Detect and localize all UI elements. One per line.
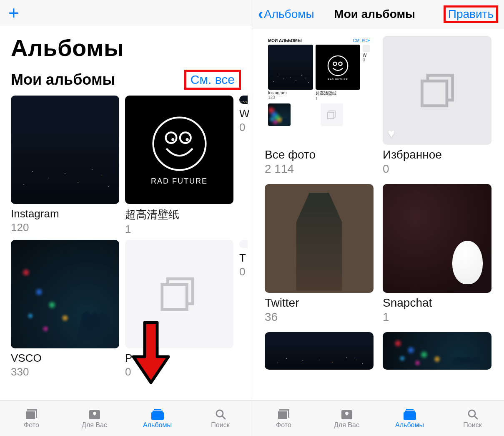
svg-rect-8 <box>25 411 35 419</box>
stack-icon <box>326 109 338 121</box>
tabbar-right: Фото Для Вас Альбомы Поиск <box>252 400 504 436</box>
album-title: Instagram <box>11 207 119 220</box>
svg-point-3 <box>171 138 174 141</box>
add-icon[interactable]: + <box>8 4 19 22</box>
album-count: 0 <box>383 162 491 176</box>
album-item[interactable]: Twitter 36 <box>265 184 374 324</box>
albums-icon <box>150 408 165 421</box>
album-item-allphotos[interactable]: МОИ АЛЬБОМЫ СМ. ВСЕ Instagram 120 <box>265 36 374 176</box>
svg-rect-25 <box>406 409 414 410</box>
album-item[interactable]: VSCO 330 <box>11 240 119 378</box>
album-item[interactable]: RAD FUTURE 超高清壁纸 1 <box>125 96 233 236</box>
svg-rect-26 <box>405 411 415 412</box>
tab-search[interactable]: Поиск <box>441 401 504 436</box>
tab-label: Поиск <box>463 421 481 429</box>
album-count: 330 <box>11 365 119 378</box>
edit-button[interactable]: Править <box>444 5 498 23</box>
album-count: 120 <box>11 221 119 234</box>
tab-search[interactable]: Поиск <box>189 401 252 436</box>
album-thumbnail <box>11 96 119 204</box>
preview-header-right: СМ. ВСЕ <box>353 38 370 43</box>
tab-label: Альбомы <box>143 421 172 429</box>
album-title: Snapchat <box>383 296 491 310</box>
svg-rect-19 <box>327 112 333 118</box>
svg-rect-10 <box>154 409 161 410</box>
album-count: 1 <box>125 223 233 236</box>
annotation-arrow-down-icon <box>130 319 172 386</box>
svg-point-17 <box>339 62 342 66</box>
svg-point-4 <box>186 138 188 141</box>
search-icon <box>465 408 481 421</box>
screen-albums-root: + Альбомы Мои альбомы См. все Instagram … <box>0 0 252 436</box>
thumbnail-caption: RAD FUTURE <box>151 177 208 186</box>
tab-label: Фото <box>276 421 291 429</box>
album-item[interactable]: Instagram 120 <box>11 96 119 236</box>
stack-icon <box>156 271 202 317</box>
album-title: VSCO <box>11 352 119 365</box>
tab-albums[interactable]: Альбомы <box>126 401 189 436</box>
svg-point-0 <box>153 118 206 170</box>
left-topbar: + <box>0 0 252 26</box>
search-icon <box>213 408 228 421</box>
album-title: Twitter <box>265 296 374 310</box>
svg-point-1 <box>165 132 176 143</box>
album-item-partial[interactable]: T 0 <box>239 240 248 378</box>
svg-point-16 <box>333 62 336 66</box>
album-title: T <box>239 252 248 265</box>
album-item-favorites[interactable]: ♥ Избранное 0 <box>383 36 491 176</box>
album-thumbnail: ♥ <box>383 36 491 145</box>
photos-icon <box>276 408 292 421</box>
album-item[interactable] <box>383 332 491 370</box>
album-count: 0 <box>239 121 248 134</box>
tab-foryou[interactable]: Для Вас <box>63 401 126 436</box>
svg-rect-23 <box>278 411 288 419</box>
see-all-button[interactable]: См. все <box>184 70 241 90</box>
album-count: 2 114 <box>265 162 374 176</box>
album-thumbnail <box>11 240 119 348</box>
svg-point-2 <box>180 132 191 143</box>
album-title: Избранное <box>383 148 491 161</box>
heart-icon: ♥ <box>388 126 395 141</box>
page-title: Альбомы <box>0 26 252 70</box>
album-thumbnail <box>383 332 491 370</box>
album-thumbnail: RAD FUTURE <box>125 96 233 204</box>
albums-grid-left: Instagram 120 RAD FUTURE 超高清壁纸 1 W 0 <box>0 96 252 378</box>
album-item[interactable] <box>265 332 374 370</box>
svg-rect-27 <box>404 412 416 420</box>
section-title: Мои альбомы <box>11 71 115 88</box>
photos-icon <box>24 408 40 421</box>
album-title: Все фото <box>265 148 374 161</box>
tab-label: Альбомы <box>395 421 424 429</box>
tab-photos[interactable]: Фото <box>0 401 63 436</box>
album-count: 1 <box>383 310 491 324</box>
album-title: W <box>239 107 248 120</box>
album-title: 超高清壁纸 <box>125 207 233 222</box>
albums-grid-right: МОИ АЛЬБОМЫ СМ. ВСЕ Instagram 120 <box>265 36 491 370</box>
album-count: 0 <box>239 265 248 278</box>
album-item[interactable]: Snapchat 1 <box>383 184 491 324</box>
tabbar-left: Фото Для Вас Альбомы Поиск <box>0 400 252 436</box>
svg-rect-21 <box>422 81 447 106</box>
tab-label: Фото <box>24 421 39 429</box>
tab-photos[interactable]: Фото <box>252 401 315 436</box>
nav-title: Мои альбомы <box>306 8 444 21</box>
svg-rect-11 <box>153 411 163 412</box>
album-thumbnail <box>265 332 374 370</box>
svg-line-29 <box>474 416 477 419</box>
album-thumbnail: МОИ АЛЬБОМЫ СМ. ВСЕ Instagram 120 <box>265 36 374 145</box>
tab-foryou[interactable]: Для Вас <box>315 401 378 436</box>
albums-scroll[interactable]: МОИ АЛЬБОМЫ СМ. ВСЕ Instagram 120 <box>252 28 504 400</box>
stack-icon <box>414 68 460 113</box>
tab-albums[interactable]: Альбомы <box>378 401 441 436</box>
album-thumbnail <box>239 96 248 104</box>
tab-label: Для Вас <box>82 421 107 429</box>
screen-my-albums: ‹ Альбомы Мои альбомы Править МОИ АЛЬБОМ… <box>252 0 504 436</box>
foryou-icon <box>87 408 103 421</box>
section-header: Мои альбомы См. все <box>0 70 252 96</box>
tab-label: Для Вас <box>334 421 359 429</box>
album-item-partial[interactable]: W 0 <box>239 96 248 236</box>
svg-rect-6 <box>162 285 187 310</box>
album-thumbnail <box>239 240 248 248</box>
svg-rect-12 <box>151 412 164 420</box>
preview-header-left: МОИ АЛЬБОМЫ <box>268 38 302 43</box>
